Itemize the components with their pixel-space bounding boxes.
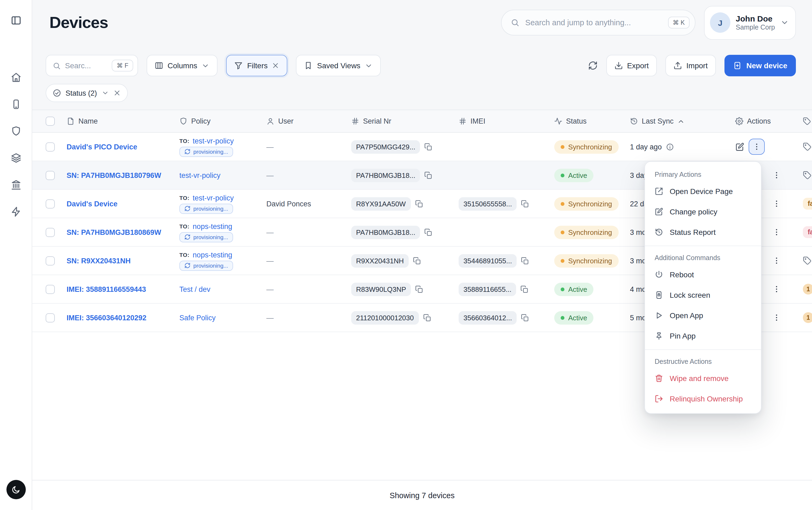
landmark-icon [10, 179, 21, 190]
policy-link[interactable]: test-vr-policy [179, 171, 220, 179]
column-header-tags[interactable] [803, 117, 812, 125]
policy-link[interactable]: nops-testing [193, 251, 232, 259]
policy-link[interactable]: Safe Policy [179, 314, 216, 322]
status-dot [561, 316, 565, 319]
row-checkbox[interactable] [46, 142, 55, 151]
new-device-button[interactable]: New device [724, 55, 796, 76]
copy-serial-button[interactable] [415, 200, 423, 208]
menu-item-relinquish-ownership[interactable]: Relinquish Ownership [645, 389, 761, 409]
column-header-name[interactable]: Name [67, 117, 179, 125]
filters-button[interactable]: Filters [227, 55, 288, 76]
edit-device-button[interactable] [735, 142, 744, 151]
column-header-status[interactable]: Status [554, 117, 630, 125]
hash-icon [459, 117, 467, 125]
select-all-checkbox[interactable] [46, 117, 55, 126]
sort-ascending-icon [678, 117, 685, 125]
refresh-button[interactable] [588, 61, 597, 70]
sidebar-item-automation[interactable] [10, 206, 21, 217]
device-name-link[interactable]: SN: R9XX20431NH [67, 257, 131, 265]
policy-link[interactable]: nops-testing [193, 222, 232, 230]
device-name-link[interactable]: SN: PA7HB0MGJB180796W [67, 171, 161, 179]
sidebar-item-home[interactable] [10, 72, 21, 83]
menu-section-title: Primary Actions [645, 166, 761, 181]
device-name-link[interactable]: David's PICO Device [67, 143, 137, 151]
row-checkbox[interactable] [46, 228, 55, 237]
tag-count-badge[interactable]: 1 [803, 284, 812, 294]
copy-serial-button[interactable] [415, 285, 423, 293]
close-icon[interactable] [272, 62, 279, 69]
row-actions-button[interactable] [749, 139, 765, 155]
copy-imei-button[interactable] [521, 200, 529, 208]
user-menu[interactable]: J John Doe Sample Corp [704, 6, 796, 39]
sidebar-item-apps[interactable] [10, 152, 21, 163]
tag-icon[interactable] [803, 256, 811, 265]
sidebar-item-organization[interactable] [10, 179, 21, 190]
status-dot [561, 259, 565, 262]
row-checkbox[interactable] [46, 199, 55, 208]
copy-imei-button[interactable] [521, 257, 529, 265]
policy-link[interactable]: test-vr-policy [193, 194, 234, 202]
tag-badge[interactable]: fa [803, 198, 812, 209]
row-actions-button[interactable] [769, 253, 785, 269]
column-header-imei[interactable]: IMEI [459, 117, 554, 125]
tag-count-badge[interactable]: 1 [803, 312, 812, 323]
row-checkbox[interactable] [46, 171, 55, 180]
device-name-link[interactable]: IMEI: 358891166559443 [67, 285, 146, 293]
status-filter-chip[interactable]: Status (2) [46, 84, 127, 102]
row-actions-button[interactable] [769, 167, 785, 183]
column-header-user[interactable]: User [266, 117, 351, 125]
columns-button[interactable]: Columns [147, 55, 218, 76]
device-name-link[interactable]: SN: PA7HB0MGJB180869W [67, 228, 161, 236]
global-search-input[interactable]: Search and jump to anything... ⌘ K [501, 10, 695, 35]
export-button[interactable]: Export [606, 55, 657, 76]
sidebar-item-security[interactable] [10, 126, 21, 137]
column-header-policy[interactable]: Policy [179, 117, 266, 125]
remove-filter-icon[interactable] [113, 89, 121, 97]
copy-icon [415, 285, 423, 293]
copy-imei-button[interactable] [521, 285, 529, 293]
device-name-link[interactable]: IMEI: 356603640120292 [67, 314, 146, 322]
table-search-input[interactable]: Searc... ⌘ F [46, 55, 138, 76]
column-header-serial[interactable]: Serial Nr [351, 117, 459, 125]
column-header-last-sync[interactable]: Last Sync [630, 117, 735, 125]
policy-to-label: TO: [179, 223, 189, 229]
copy-serial-button[interactable] [424, 171, 432, 179]
row-actions-button[interactable] [769, 224, 785, 240]
row-actions-button[interactable] [769, 310, 785, 326]
row-actions-button[interactable] [769, 196, 785, 212]
menu-item-status-report[interactable]: Status Report [645, 222, 761, 243]
menu-item-wipe-and-remove[interactable]: Wipe and remove [645, 368, 761, 389]
dark-mode-toggle[interactable] [6, 480, 26, 499]
sidebar-item-devices[interactable] [10, 99, 21, 110]
row-actions-button[interactable] [769, 281, 785, 297]
menu-item-lock-screen[interactable]: Lock screen [645, 285, 761, 305]
info-icon[interactable] [666, 143, 674, 151]
menu-item-change-policy[interactable]: Change policy [645, 201, 761, 222]
row-checkbox[interactable] [46, 313, 55, 322]
copy-serial-button[interactable] [424, 228, 432, 236]
policy-link[interactable]: test-vr-policy [193, 137, 234, 145]
tag-icon[interactable] [803, 142, 811, 151]
device-name-link[interactable]: David's Device [67, 200, 118, 208]
copy-imei-button[interactable] [521, 314, 529, 322]
copy-serial-button[interactable] [424, 143, 432, 151]
dots-vertical-icon [772, 171, 781, 179]
copy-serial-button[interactable] [423, 314, 431, 322]
row-checkbox[interactable] [46, 285, 55, 294]
menu-item-pin-app[interactable]: Pin App [645, 326, 761, 346]
saved-views-button[interactable]: Saved Views [296, 55, 381, 76]
search-icon [53, 61, 61, 69]
policy-link[interactable]: Test / dev [179, 285, 211, 293]
menu-item-open-app[interactable]: Open App [645, 305, 761, 326]
copy-icon [521, 314, 529, 322]
copy-serial-button[interactable] [413, 257, 421, 265]
home-icon [10, 72, 21, 83]
tag-icon[interactable] [803, 171, 811, 179]
tag-badge[interactable]: fat [803, 226, 812, 238]
import-button[interactable]: Import [665, 55, 716, 76]
table-row[interactable]: David's PICO Device TO:test-vr-policy pr… [32, 133, 812, 161]
menu-item-reboot[interactable]: Reboot [645, 264, 761, 285]
row-checkbox[interactable] [46, 256, 55, 265]
menu-item-open-device-page[interactable]: Open Device Page [645, 181, 761, 201]
sidebar-toggle-button[interactable] [10, 15, 21, 26]
